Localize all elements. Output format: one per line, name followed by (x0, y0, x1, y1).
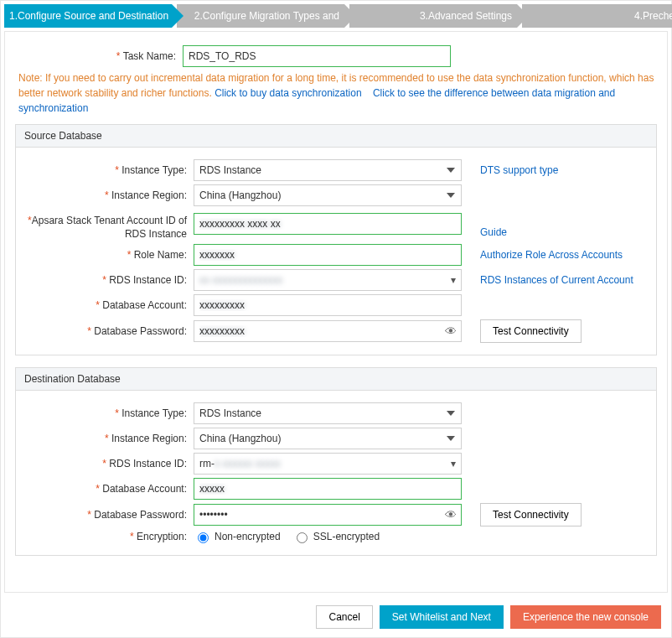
footer-actions: Cancel Set Whitelist and Next Experience… (11, 605, 661, 629)
encryption-ssl-option[interactable]: SSL-encrypted (292, 530, 380, 543)
dts-support-type-link[interactable]: DTS support type (480, 164, 558, 176)
src-rds-id-dropdown[interactable]: xx xxxxxxxxxxxxxx▾ (194, 269, 462, 291)
src-role-name-label: Role Name: (26, 249, 194, 261)
step-2[interactable]: 2.Configure Migration Types and (177, 4, 344, 28)
src-db-password-label: Database Password: (26, 325, 194, 337)
dst-db-account-label: Database Account: (26, 483, 194, 495)
wizard-steps: 1.Configure Source and Destination 2.Con… (4, 4, 668, 28)
dst-instance-region-select[interactable]: China (Hangzhou) (194, 428, 462, 449)
guide-link[interactable]: Guide (480, 226, 507, 238)
src-db-account-label: Database Account: (26, 299, 194, 311)
cancel-button[interactable]: Cancel (316, 605, 372, 629)
eye-icon[interactable]: 👁 (445, 508, 457, 521)
src-db-password-input[interactable] (194, 320, 462, 342)
note: Note: If you need to carry out increment… (15, 70, 657, 116)
dst-rds-id-dropdown[interactable]: rm-rm- x xxxxxx xxxxxx xxxxxx xxxxx▾ (194, 453, 462, 475)
dst-db-password-label: Database Password: (26, 509, 194, 521)
experience-new-console-button[interactable]: Experience the new console (510, 605, 661, 629)
source-title: Source Database (16, 125, 656, 148)
src-instance-type-select[interactable]: RDS Instance (194, 159, 462, 181)
page-root: 1.Configure Source and Destination 2.Con… (0, 0, 672, 638)
src-role-name-input[interactable] (194, 244, 462, 266)
src-account-id-label: Apsara Stack Tenant Account ID of RDS In… (26, 213, 194, 241)
dst-encryption-label: Encryption: (26, 531, 194, 542)
chevron-down-icon: ▾ (451, 458, 456, 469)
dst-rds-id-label: RDS Instance ID: (26, 458, 194, 469)
source-section: Source Database Instance Type: RDS Insta… (15, 124, 657, 355)
dst-db-password-input[interactable] (194, 504, 462, 526)
task-name-label: Task Name: (15, 50, 183, 62)
chevron-down-icon: ▾ (451, 274, 456, 286)
form-shell: Task Name: Note: If you need to carry ou… (4, 31, 668, 593)
dst-test-connectivity-button[interactable]: Test Connectivity (480, 503, 582, 526)
eye-icon[interactable]: 👁 (445, 324, 457, 338)
src-rds-id-label: RDS Instance ID: (26, 274, 194, 286)
dst-instance-type-select[interactable]: RDS Instance (194, 402, 462, 424)
encryption-ssl-radio[interactable] (297, 532, 308, 543)
step-4[interactable]: 4.Precheck (522, 4, 672, 28)
step-1[interactable]: 1.Configure Source and Destination (4, 4, 172, 28)
src-account-id-input[interactable] (194, 213, 462, 235)
src-instance-region-select[interactable]: China (Hangzhou) (194, 184, 462, 206)
authorize-role-link[interactable]: Authorize Role Across Accounts (480, 249, 623, 261)
dest-section: Destination Database Instance Type: RDS … (15, 367, 657, 556)
encryption-non-option[interactable]: Non-encrypted (194, 530, 281, 543)
dest-title: Destination Database (16, 368, 656, 391)
encryption-non-radio[interactable] (198, 532, 209, 543)
task-name-input[interactable] (183, 45, 451, 67)
dst-instance-region-label: Instance Region: (26, 433, 194, 444)
src-db-account-input[interactable] (194, 294, 462, 316)
step-3[interactable]: 3.Advanced Settings (349, 4, 517, 28)
src-instance-type-label: Instance Type: (26, 164, 194, 176)
dst-instance-type-label: Instance Type: (26, 407, 194, 419)
src-instance-region-label: Instance Region: (26, 189, 194, 201)
set-whitelist-next-button[interactable]: Set Whitelist and Next (380, 605, 504, 629)
rds-current-account-link[interactable]: RDS Instances of Current Account (480, 274, 633, 286)
dst-db-account-input[interactable] (194, 478, 462, 500)
buy-sync-link[interactable]: Click to buy data synchronization (215, 87, 361, 99)
src-test-connectivity-button[interactable]: Test Connectivity (480, 319, 582, 343)
